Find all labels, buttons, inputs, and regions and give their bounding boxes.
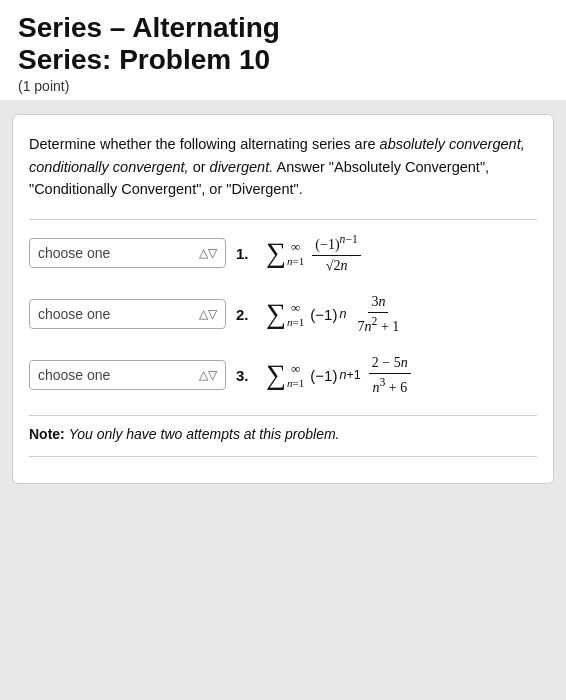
select-2[interactable]: choose one Absolutely Convergent Conditi… — [38, 306, 195, 322]
problem-number-1: 1. — [236, 245, 256, 262]
page-header: Series – Alternating Series: Problem 10 … — [0, 0, 566, 100]
problem-card: Determine whether the following alternat… — [12, 114, 554, 484]
chevron-down-icon-3: △▽ — [199, 368, 217, 382]
note-text: You only have two attempts at this probl… — [69, 426, 340, 442]
problem-number-2: 2. — [236, 306, 256, 323]
select-wrapper-3[interactable]: choose one Absolutely Convergent Conditi… — [29, 360, 226, 390]
select-wrapper-1[interactable]: choose one Absolutely Convergent Conditi… — [29, 238, 226, 268]
page-title: Series – Alternating Series: Problem 10 — [18, 12, 548, 76]
note-section: Note: You only have two attempts at this… — [29, 426, 537, 442]
problem-number-3: 3. — [236, 367, 256, 384]
divider-final — [29, 456, 537, 457]
chevron-down-icon-2: △▽ — [199, 307, 217, 321]
series-rows: choose one Absolutely Convergent Conditi… — [29, 232, 537, 397]
formula-3: ∑ ∞ n=1 (−1)n+1 2 − 5n n3 + 6 — [266, 354, 411, 397]
series-row-2: choose one Absolutely Convergent Conditi… — [29, 293, 537, 336]
select-1[interactable]: choose one Absolutely Convergent Conditi… — [38, 245, 195, 261]
formula-1: ∑ ∞ n=1 (−1)n−1 √2n — [266, 232, 361, 275]
select-3[interactable]: choose one Absolutely Convergent Conditi… — [38, 367, 195, 383]
divider-bottom — [29, 415, 537, 416]
page-points: (1 point) — [18, 78, 548, 94]
series-row-1: choose one Absolutely Convergent Conditi… — [29, 232, 537, 275]
problem-description: Determine whether the following alternat… — [29, 133, 537, 200]
formula-2: ∑ ∞ n=1 (−1)n 3n 7n2 + 1 — [266, 293, 402, 336]
divider-top — [29, 219, 537, 220]
series-row-3: choose one Absolutely Convergent Conditi… — [29, 354, 537, 397]
chevron-down-icon-1: △▽ — [199, 246, 217, 260]
note-label: Note: — [29, 426, 65, 442]
select-wrapper-2[interactable]: choose one Absolutely Convergent Conditi… — [29, 299, 226, 329]
